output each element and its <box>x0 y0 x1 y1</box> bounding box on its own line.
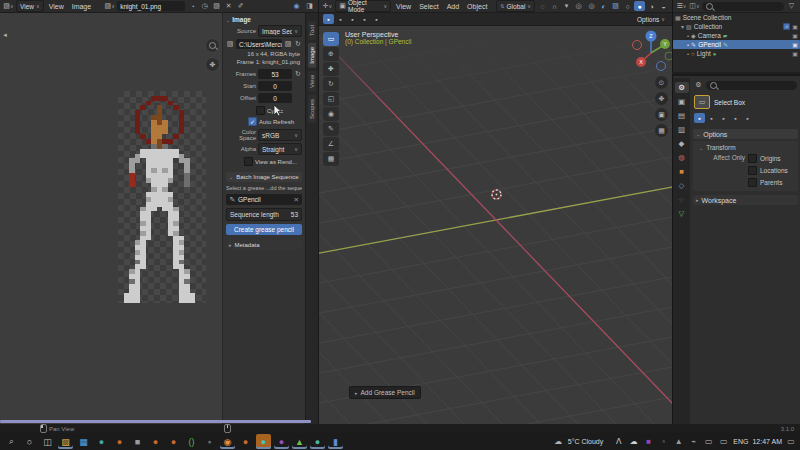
image-editor-mode-dropdown[interactable]: View∨ <box>16 0 44 12</box>
tray-link-icon[interactable]: ⌁ <box>688 436 699 447</box>
expand-icon[interactable]: ▾ <box>681 23 684 30</box>
alpha-dropdown[interactable]: Straight∨ <box>258 143 302 155</box>
outliner-display-mode-dropdown[interactable]: ◫∨ <box>689 1 700 11</box>
tray-chevron-up-icon[interactable]: ᐱ <box>613 436 624 447</box>
app-green-icon[interactable]: ▲ <box>292 434 307 449</box>
collection-checkbox[interactable] <box>783 23 790 30</box>
tray-app-1-icon[interactable]: ◦ <box>658 436 669 447</box>
source-dropdown[interactable]: Image Seque...∨ <box>258 25 302 37</box>
select-mode-subtract-icon[interactable]: ▪ <box>718 113 729 123</box>
render-tab-icon[interactable]: ▣ <box>675 96 689 107</box>
measure-tool[interactable]: ∠ <box>323 137 339 151</box>
create-grease-pencil-button[interactable]: Create grease pencil <box>226 224 302 235</box>
select-mode-invert-icon[interactable]: ▪ <box>730 113 741 123</box>
frames-field[interactable]: 53 <box>258 69 292 79</box>
app-orange-2-icon[interactable]: ● <box>148 434 163 449</box>
options-dropdown[interactable]: Options∨ <box>634 14 668 24</box>
tray-purple-app-icon[interactable]: ■ <box>643 436 654 447</box>
image-paint-mode-dropdown[interactable]: ◉ <box>291 1 302 11</box>
onedrive-cloud-icon[interactable]: ☁ <box>628 436 639 447</box>
cursor-tool[interactable]: ⊕ <box>323 47 339 61</box>
light-render-icon[interactable]: ▣ <box>792 50 798 57</box>
language-indicator[interactable]: ENG <box>733 438 748 445</box>
select-mode-intersect-icon[interactable]: ▪ <box>371 14 382 24</box>
annotate-tool[interactable]: ✎ <box>323 122 339 136</box>
filter-icon[interactable]: ▽ <box>786 1 797 11</box>
zoom-view-icon[interactable]: ⊙ <box>655 76 668 89</box>
viewport-grid[interactable] <box>319 26 673 424</box>
filepath-field[interactable]: C:\Users\Mercury\... <box>236 39 282 49</box>
offset-field[interactable]: 0 <box>258 93 292 103</box>
locations-checkbox[interactable] <box>748 166 757 175</box>
outliner-row-scene-collection[interactable]: ▦ Scene Collection <box>673 13 800 22</box>
orientation-dropdown[interactable]: ⇅Global∨ <box>496 0 535 12</box>
mode-dropdown[interactable]: ▣Object Mode∨ <box>335 0 391 12</box>
colorspace-dropdown[interactable]: sRGB∨ <box>258 129 302 141</box>
shading-material-icon[interactable]: ◑ <box>646 1 657 11</box>
editor-type-image-icon[interactable]: ▨∨ <box>3 1 14 11</box>
select-box-tool[interactable]: ▭ <box>323 32 339 46</box>
select-mode-intersect-icon[interactable]: ▪ <box>742 113 753 123</box>
select-mode-extend-icon[interactable]: ▪ <box>706 113 717 123</box>
xray-toggle[interactable]: ▨ <box>610 1 621 11</box>
menu-vp-add[interactable]: Add <box>444 3 462 10</box>
object-tab-icon[interactable]: ■ <box>675 166 689 177</box>
menu-vp-object[interactable]: Object <box>464 3 490 10</box>
editor-type-outliner-icon[interactable]: ☰∨ <box>676 1 687 11</box>
app-teal-icon[interactable]: ● <box>310 434 325 449</box>
world-tab-icon[interactable]: ◍ <box>675 152 689 163</box>
active-tool-icon[interactable]: ▭ <box>694 95 710 109</box>
outliner-search-input[interactable] <box>702 2 784 11</box>
app-purple-icon[interactable]: ● <box>274 434 289 449</box>
scene-tab-icon[interactable]: ◆ <box>675 138 689 149</box>
tab-image[interactable]: Image <box>308 43 316 68</box>
workspace-panel-header[interactable]: ▸Workspace <box>693 195 798 205</box>
book-app-icon[interactable]: ▮ <box>328 434 343 449</box>
clock-text[interactable]: 12:47 AM <box>752 438 782 445</box>
toolbar-toggle-icon[interactable]: ◂ <box>1 30 9 40</box>
parents-checkbox[interactable] <box>748 178 757 187</box>
image-editor-horizontal-scrollbar[interactable] <box>0 420 311 423</box>
pan-view-icon[interactable]: ✥ <box>655 92 668 105</box>
overlays-dropdown[interactable]: ◐ <box>598 1 609 11</box>
unlink-image-icon[interactable]: ✕ <box>223 1 234 11</box>
app-orange-1-icon[interactable]: ● <box>112 434 127 449</box>
photos-app-icon[interactable]: ■ <box>130 434 145 449</box>
batch-panel-header[interactable]: ⌄Batch Image Sequence to GP <box>226 172 302 182</box>
tab-tool[interactable]: Tool <box>308 21 316 40</box>
fake-user-icon[interactable]: ◔ <box>187 1 198 11</box>
options-panel-header[interactable]: ⌄Options <box>693 129 798 139</box>
folders-app-icon[interactable]: ▦ <box>76 434 91 449</box>
outliner-row-collection[interactable]: ▾ ▧ Collection ▣ <box>673 22 800 31</box>
browse-image-icon[interactable]: ▨∨ <box>104 1 115 11</box>
camera-render-icon[interactable]: ▣ <box>792 32 798 39</box>
transform-subpanel-header[interactable]: ⌄Transform <box>693 143 798 152</box>
affect-origins-row[interactable]: Origins <box>748 154 788 163</box>
open-image-folder-icon[interactable]: ▨ <box>211 1 222 11</box>
origins-checkbox[interactable] <box>748 154 757 163</box>
add-grease-pencil-panel[interactable]: ▸Add Grease Pencil <box>349 386 421 399</box>
cortana-icon[interactable]: ○ <box>22 434 37 449</box>
tab-view[interactable]: View <box>308 71 316 92</box>
active-app-icon[interactable]: ● <box>256 434 271 449</box>
rotate-tool[interactable]: ↻ <box>323 77 339 91</box>
shading-wireframe-icon[interactable]: ○ <box>622 1 633 11</box>
task-view-icon[interactable]: ◫ <box>40 434 55 449</box>
blender-app-icon[interactable]: ◉ <box>220 434 235 449</box>
tool-tab-icon[interactable]: ⚙ <box>675 82 689 93</box>
zoom-overlay-button[interactable] <box>205 38 220 53</box>
notification-center-icon[interactable]: ▭ <box>786 436 796 447</box>
transform-pivot-dropdown[interactable]: ◌ <box>537 1 548 11</box>
select-mode-subtract-icon[interactable]: ▪ <box>347 14 358 24</box>
browser-icon[interactable]: ● <box>94 434 109 449</box>
tray-box-icon[interactable]: ▭ <box>718 436 729 447</box>
start-field[interactable]: 0 <box>258 81 292 91</box>
file-explorer-icon[interactable]: ▨ <box>58 434 73 449</box>
sequence-length-field[interactable]: Sequence length 53 <box>226 208 302 221</box>
snap-target-dropdown[interactable]: ▾ <box>561 1 572 11</box>
scale-tool[interactable]: ◱ <box>323 92 339 106</box>
data-tab-icon[interactable]: ▽ <box>675 208 689 219</box>
display-channels-dropdown[interactable]: ◨ <box>304 1 315 11</box>
select-mode-invert-icon[interactable]: ▪ <box>359 14 370 24</box>
cyclic-checkbox[interactable] <box>256 106 265 115</box>
